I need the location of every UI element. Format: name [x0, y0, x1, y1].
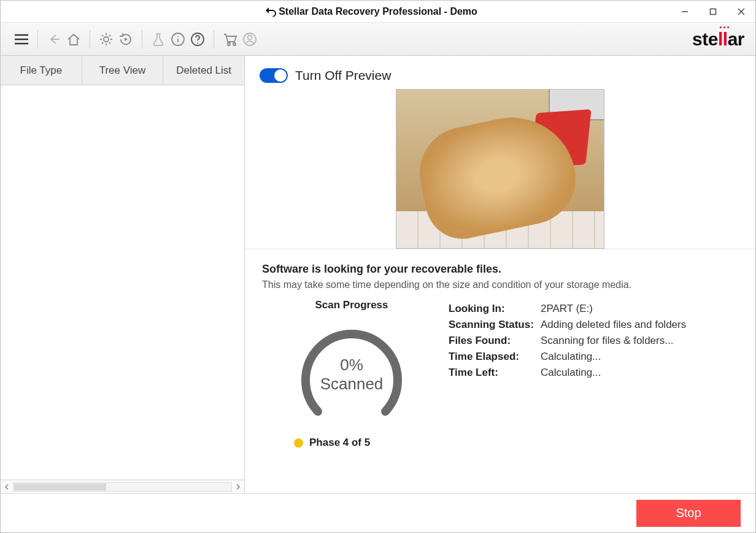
svg-point-19 — [248, 35, 252, 39]
scan-details: Looking In:2PART (E:) Scanning Status:Ad… — [449, 299, 738, 433]
looking-in-label: Looking In: — [449, 303, 541, 315]
scan-progress-label: Scan Progress — [278, 299, 425, 311]
phase-dot-icon — [294, 438, 303, 448]
minimize-button[interactable] — [671, 1, 699, 23]
titlebar: Stellar Data Recovery Professional - Dem… — [1, 1, 755, 23]
chevron-left-icon[interactable] — [1, 481, 13, 493]
looking-in-value: 2PART (E:) — [541, 303, 593, 315]
toolbar: stellar — [1, 23, 755, 56]
user-icon[interactable] — [240, 29, 260, 49]
svg-point-16 — [228, 43, 230, 45]
horizontal-scrollbar[interactable] — [1, 480, 244, 493]
files-found-label: Files Found: — [449, 335, 541, 347]
labs-icon[interactable] — [148, 29, 168, 49]
svg-rect-1 — [711, 9, 716, 15]
tree-area — [1, 85, 244, 480]
phase-row: Phase 4 of 5 — [262, 437, 738, 449]
progress-percent-sub: Scanned — [320, 375, 384, 394]
progress-gauge: 0% Scanned — [293, 316, 410, 433]
chevron-right-icon[interactable] — [232, 481, 244, 493]
tab-tree-view[interactable]: Tree View — [82, 56, 164, 85]
preview-toggle[interactable] — [260, 68, 288, 83]
time-left-value: Calculating... — [541, 367, 601, 379]
scroll-thumb[interactable] — [14, 483, 106, 491]
menu-icon[interactable] — [12, 29, 31, 49]
time-elapsed-label: Time Elapsed: — [449, 351, 541, 363]
phase-label: Phase 4 of 5 — [309, 437, 370, 449]
svg-point-15 — [197, 42, 198, 44]
home-icon[interactable] — [64, 29, 83, 49]
preview-image — [396, 89, 604, 249]
info-icon[interactable] — [168, 29, 188, 49]
brand-logo: stellar — [692, 29, 744, 50]
gear-icon[interactable] — [96, 29, 116, 49]
scroll-track[interactable] — [13, 482, 232, 492]
cart-icon[interactable] — [220, 29, 240, 49]
left-panel: File Type Tree View Deleted List — [1, 56, 245, 493]
svg-point-17 — [233, 43, 236, 45]
footer: Stop — [1, 493, 755, 532]
scanning-status-value: Adding deleted files and folders — [541, 319, 686, 331]
status-section: Software is looking for your recoverable… — [245, 249, 755, 451]
scanning-status-label: Scanning Status: — [449, 319, 541, 331]
help-icon[interactable] — [188, 29, 207, 49]
status-subheading: This may take some time depending on the… — [262, 279, 738, 290]
stop-button[interactable]: Stop — [636, 500, 741, 527]
files-found-value: Scanning for files & folders... — [541, 335, 673, 347]
resume-recovery-icon[interactable] — [116, 29, 136, 49]
time-elapsed-value: Calculating... — [541, 351, 601, 363]
time-left-label: Time Left: — [449, 367, 541, 379]
back-arrow-icon[interactable] — [44, 29, 64, 49]
progress-percent: 0% — [340, 356, 363, 375]
undo-icon[interactable] — [264, 6, 277, 19]
tab-deleted-list[interactable]: Deleted List — [163, 56, 244, 85]
app-window: Stellar Data Recovery Professional - Dem… — [0, 0, 756, 533]
maximize-button[interactable] — [699, 1, 727, 23]
tabs: File Type Tree View Deleted List — [1, 56, 244, 85]
tab-file-type[interactable]: File Type — [1, 56, 82, 85]
content: File Type Tree View Deleted List Turn Of… — [1, 56, 755, 493]
svg-point-8 — [104, 37, 109, 42]
window-title: Stellar Data Recovery Professional - Dem… — [1, 6, 755, 17]
status-heading: Software is looking for your recoverable… — [262, 263, 738, 276]
svg-point-13 — [177, 36, 179, 37]
preview-toggle-label: Turn Off Preview — [295, 68, 391, 83]
right-panel: Turn Off Preview Software is looking for… — [245, 56, 755, 493]
svg-marker-9 — [125, 37, 128, 41]
close-button[interactable] — [727, 1, 755, 23]
